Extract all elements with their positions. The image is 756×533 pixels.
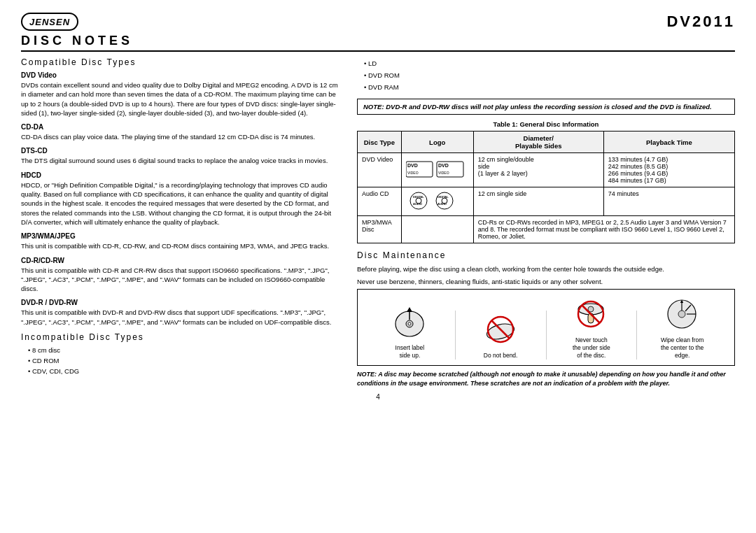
svg-marker-18: [407, 307, 412, 312]
subsection-dvdr: DVD-R / DVD-RW This unit is compatible w…: [21, 299, 343, 327]
dvd-video-title: DVD Video: [21, 71, 343, 79]
incompatible-title: Incompatible Disc Types: [21, 332, 343, 342]
svg-point-28: [678, 311, 685, 318]
list-item: CD ROM: [28, 355, 343, 366]
compatible-types-title: Compatible Disc Types: [21, 57, 343, 67]
list-item: DVD ROM: [364, 69, 735, 81]
dvd-logo-svg: DVD VIDEO DVD VIDEO: [406, 159, 469, 180]
subsection-dvd-video: DVD Video DVDs contain excellent sound a…: [21, 71, 343, 118]
disc-type-cell: Audio CD: [358, 187, 402, 216]
do-not-bend-icon: [482, 311, 520, 349]
col-disc-type: Disc Type: [358, 132, 402, 153]
list-item: LD: [364, 57, 735, 69]
page-title: DISC NOTES: [21, 34, 735, 52]
logo-cell: DVD VIDEO DVD VIDEO: [401, 153, 473, 187]
right-bullets: LD DVD ROM DVD RAM: [357, 57, 735, 93]
svg-text:VIDEO: VIDEO: [407, 171, 419, 175]
wipe-clean-text: Wipe clean fromthe center to theedge.: [661, 336, 704, 360]
table-row: DVD Video DVD VIDEO DVD V: [358, 153, 735, 187]
main-content: Compatible Disc Types DVD Video DVDs con…: [21, 57, 735, 388]
svg-text:DVD: DVD: [438, 163, 449, 168]
logo-cell: DIGITAL AUDIO DIGITAL AUDIO: [401, 187, 473, 216]
subsection-cd-da: CD-DA CD-DA discs can play voice data. T…: [21, 123, 343, 141]
illus-do-not-bend: Do not bend.: [456, 311, 546, 360]
subsection-hdcd: HDCD HDCD, or "High Definition Compatibl…: [21, 171, 343, 227]
subsection-mp3: MP3/WMA/JPEG This unit is compatible wit…: [21, 232, 343, 250]
subsection-cdr: CD-R/CD-RW This unit is compatible with …: [21, 257, 343, 294]
mp3-info-cell: CD-Rs or CD-RWs recorded in MP3, MPEG1 o…: [473, 216, 734, 243]
header: JENSEN DV2011: [21, 13, 735, 31]
insert-label-text: Insert labelside up.: [396, 344, 425, 360]
illus-insert-label: Insert labelside up.: [365, 303, 455, 360]
wipe-clean-icon: [663, 295, 701, 334]
svg-text:AUDIO: AUDIO: [438, 202, 447, 206]
svg-point-16: [408, 322, 411, 325]
never-touch-text: Never touchthe under sideof the disc.: [573, 336, 610, 360]
logo-cell: [401, 216, 473, 243]
do-not-bend-text: Do not bend.: [484, 352, 518, 360]
cdr-title: CD-R/CD-RW: [21, 257, 343, 264]
playback-cell: 74 minutes: [603, 187, 734, 216]
cd-logo-svg: DIGITAL AUDIO DIGITAL AUDIO: [406, 190, 469, 211]
cd-da-body: CD-DA discs can play voice data. The pla…: [21, 132, 343, 141]
hdcd-title: HDCD: [21, 171, 343, 179]
left-column: Compatible Disc Types DVD Video DVDs con…: [21, 57, 343, 388]
mp3-title: MP3/WMA/JPEG: [21, 232, 343, 240]
bottom-note: NOTE: A disc may become scratched (altho…: [357, 370, 735, 388]
cd-da-title: CD-DA: [21, 123, 343, 131]
never-touch-icon: [572, 295, 610, 334]
disc-table: Table 1: General Disc Information Disc T…: [357, 120, 735, 243]
illus-wipe-clean: Wipe clean fromthe center to theedge.: [637, 295, 727, 360]
col-playback: Playback Time: [603, 132, 734, 153]
table-row: MP3/MWA Disc CD-Rs or CD-RWs recorded in…: [358, 216, 735, 243]
illus-never-touch: Never touchthe under sideof the disc.: [547, 295, 637, 360]
diameter-cell: 12 cm single/double side (1 layer & 2 la…: [473, 153, 603, 187]
maintenance-para-2: Never use benzene, thinners, cleaning fl…: [357, 277, 735, 286]
dvd-note: NOTE: DVD-R and DVD-RW discs will not pl…: [357, 99, 735, 115]
incompatible-list: 8 cm disc CD ROM CDV, CDI, CDG: [21, 345, 343, 377]
list-item: CDV, CDI, CDG: [28, 366, 343, 376]
svg-text:AUDIO: AUDIO: [413, 202, 422, 206]
disc-type-cell: DVD Video: [358, 153, 402, 187]
jensen-logo: JENSEN: [21, 13, 78, 31]
dvd-video-body: DVDs contain excellent sound and video q…: [21, 80, 343, 118]
model-number: DV2011: [666, 13, 735, 31]
dvdr-title: DVD-R / DVD-RW: [21, 299, 343, 306]
list-item: 8 cm disc: [28, 345, 343, 355]
col-diameter: Diameter/Playable Sides: [473, 132, 603, 153]
disc-maintenance-title: Disc Maintenance: [357, 250, 735, 260]
svg-text:DIGITAL: DIGITAL: [413, 195, 424, 199]
disc-type-cell: MP3/MWA Disc: [358, 216, 402, 243]
insert-label-icon: [391, 303, 429, 341]
right-column: LD DVD ROM DVD RAM NOTE: DVD-R and DVD-R…: [357, 57, 735, 388]
hdcd-body: HDCD, or "High Definition Compatible Dig…: [21, 180, 343, 227]
table-caption: Table 1: General Disc Information: [357, 120, 735, 128]
diameter-cell: 12 cm single side: [473, 187, 603, 216]
table-row: Audio CD DIGITAL AUDIO: [358, 187, 735, 216]
mp3-body: This unit is compatible with CD-R, CD-RW…: [21, 241, 343, 250]
illustration-box: Insert labelside up. Do not b: [357, 289, 735, 366]
list-item: DVD RAM: [364, 81, 735, 93]
col-logo: Logo: [401, 132, 473, 153]
dvdr-body: This unit is compatible with DVD-R and D…: [21, 308, 343, 327]
svg-text:DIGITAL: DIGITAL: [438, 195, 449, 199]
maintenance-para-1: Before playing, wipe the disc using a cl…: [357, 264, 735, 273]
playback-cell: 133 minutes (4.7 GB) 242 minutes (8.5 GB…: [603, 153, 734, 187]
page: JENSEN DV2011 DISC NOTES Compatible Disc…: [0, 0, 756, 533]
dts-cd-body: The DTS digital surround sound uses 6 di…: [21, 156, 343, 165]
svg-text:DVD: DVD: [407, 163, 418, 168]
cdr-body: This unit is compatible with CD-R and CR…: [21, 266, 343, 294]
subsection-dts-cd: DTS-CD The DTS digital surround sound us…: [21, 147, 343, 165]
svg-text:VIDEO: VIDEO: [438, 171, 449, 175]
dts-cd-title: DTS-CD: [21, 147, 343, 155]
page-number: 4: [21, 393, 735, 401]
